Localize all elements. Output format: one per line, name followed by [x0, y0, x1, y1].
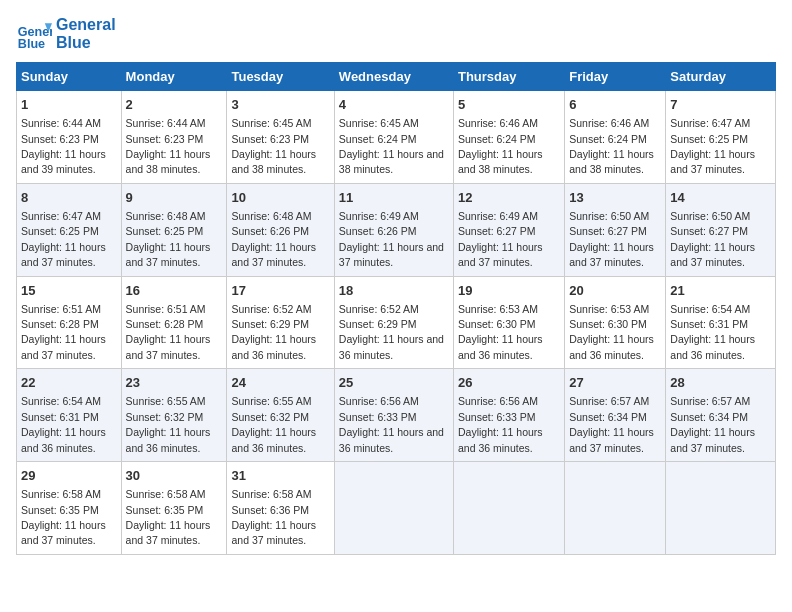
day-info: Sunrise: 6:48 AMSunset: 6:26 PMDaylight:…: [231, 210, 316, 268]
day-info: Sunrise: 6:52 AMSunset: 6:29 PMDaylight:…: [339, 303, 444, 361]
calendar-cell: [453, 462, 564, 555]
day-info: Sunrise: 6:51 AMSunset: 6:28 PMDaylight:…: [21, 303, 106, 361]
calendar-cell: 16Sunrise: 6:51 AMSunset: 6:28 PMDayligh…: [121, 276, 227, 369]
day-number: 13: [569, 189, 661, 207]
column-header-friday: Friday: [565, 63, 666, 91]
day-info: Sunrise: 6:49 AMSunset: 6:27 PMDaylight:…: [458, 210, 543, 268]
calendar-cell: 23Sunrise: 6:55 AMSunset: 6:32 PMDayligh…: [121, 369, 227, 462]
calendar-week-row: 1Sunrise: 6:44 AMSunset: 6:23 PMDaylight…: [17, 91, 776, 184]
day-number: 18: [339, 282, 449, 300]
day-info: Sunrise: 6:47 AMSunset: 6:25 PMDaylight:…: [21, 210, 106, 268]
day-number: 25: [339, 374, 449, 392]
calendar-header-row: SundayMondayTuesdayWednesdayThursdayFrid…: [17, 63, 776, 91]
day-info: Sunrise: 6:58 AMSunset: 6:35 PMDaylight:…: [21, 488, 106, 546]
day-info: Sunrise: 6:55 AMSunset: 6:32 PMDaylight:…: [126, 395, 211, 453]
calendar-cell: 12Sunrise: 6:49 AMSunset: 6:27 PMDayligh…: [453, 183, 564, 276]
day-number: 11: [339, 189, 449, 207]
calendar-cell: 22Sunrise: 6:54 AMSunset: 6:31 PMDayligh…: [17, 369, 122, 462]
day-info: Sunrise: 6:56 AMSunset: 6:33 PMDaylight:…: [339, 395, 444, 453]
day-number: 12: [458, 189, 560, 207]
day-number: 9: [126, 189, 223, 207]
column-header-thursday: Thursday: [453, 63, 564, 91]
day-number: 4: [339, 96, 449, 114]
day-info: Sunrise: 6:58 AMSunset: 6:35 PMDaylight:…: [126, 488, 211, 546]
column-header-monday: Monday: [121, 63, 227, 91]
calendar-week-row: 15Sunrise: 6:51 AMSunset: 6:28 PMDayligh…: [17, 276, 776, 369]
logo-icon: General Blue: [16, 16, 52, 52]
calendar-cell: 20Sunrise: 6:53 AMSunset: 6:30 PMDayligh…: [565, 276, 666, 369]
day-info: Sunrise: 6:50 AMSunset: 6:27 PMDaylight:…: [569, 210, 654, 268]
logo-text: GeneralBlue: [56, 16, 116, 51]
page-header: General Blue GeneralBlue: [16, 16, 776, 52]
day-info: Sunrise: 6:56 AMSunset: 6:33 PMDaylight:…: [458, 395, 543, 453]
day-info: Sunrise: 6:58 AMSunset: 6:36 PMDaylight:…: [231, 488, 316, 546]
day-number: 21: [670, 282, 771, 300]
calendar-week-row: 22Sunrise: 6:54 AMSunset: 6:31 PMDayligh…: [17, 369, 776, 462]
calendar-cell: 24Sunrise: 6:55 AMSunset: 6:32 PMDayligh…: [227, 369, 334, 462]
day-number: 8: [21, 189, 117, 207]
day-number: 22: [21, 374, 117, 392]
day-info: Sunrise: 6:45 AMSunset: 6:24 PMDaylight:…: [339, 117, 444, 175]
day-number: 10: [231, 189, 329, 207]
day-info: Sunrise: 6:53 AMSunset: 6:30 PMDaylight:…: [569, 303, 654, 361]
calendar-cell: 11Sunrise: 6:49 AMSunset: 6:26 PMDayligh…: [334, 183, 453, 276]
day-number: 14: [670, 189, 771, 207]
day-info: Sunrise: 6:54 AMSunset: 6:31 PMDaylight:…: [670, 303, 755, 361]
calendar-cell: 6Sunrise: 6:46 AMSunset: 6:24 PMDaylight…: [565, 91, 666, 184]
calendar-cell: [565, 462, 666, 555]
day-info: Sunrise: 6:44 AMSunset: 6:23 PMDaylight:…: [21, 117, 106, 175]
calendar-cell: 13Sunrise: 6:50 AMSunset: 6:27 PMDayligh…: [565, 183, 666, 276]
day-number: 15: [21, 282, 117, 300]
calendar-week-row: 8Sunrise: 6:47 AMSunset: 6:25 PMDaylight…: [17, 183, 776, 276]
calendar-cell: 1Sunrise: 6:44 AMSunset: 6:23 PMDaylight…: [17, 91, 122, 184]
day-info: Sunrise: 6:53 AMSunset: 6:30 PMDaylight:…: [458, 303, 543, 361]
day-info: Sunrise: 6:52 AMSunset: 6:29 PMDaylight:…: [231, 303, 316, 361]
day-info: Sunrise: 6:46 AMSunset: 6:24 PMDaylight:…: [569, 117, 654, 175]
calendar-cell: 29Sunrise: 6:58 AMSunset: 6:35 PMDayligh…: [17, 462, 122, 555]
day-number: 1: [21, 96, 117, 114]
calendar-cell: 2Sunrise: 6:44 AMSunset: 6:23 PMDaylight…: [121, 91, 227, 184]
day-number: 17: [231, 282, 329, 300]
day-number: 16: [126, 282, 223, 300]
column-header-saturday: Saturday: [666, 63, 776, 91]
day-number: 27: [569, 374, 661, 392]
day-number: 26: [458, 374, 560, 392]
svg-text:Blue: Blue: [18, 37, 45, 51]
day-number: 31: [231, 467, 329, 485]
day-info: Sunrise: 6:44 AMSunset: 6:23 PMDaylight:…: [126, 117, 211, 175]
calendar-cell: 21Sunrise: 6:54 AMSunset: 6:31 PMDayligh…: [666, 276, 776, 369]
calendar-cell: 26Sunrise: 6:56 AMSunset: 6:33 PMDayligh…: [453, 369, 564, 462]
day-info: Sunrise: 6:51 AMSunset: 6:28 PMDaylight:…: [126, 303, 211, 361]
calendar-table: SundayMondayTuesdayWednesdayThursdayFrid…: [16, 62, 776, 555]
calendar-cell: 3Sunrise: 6:45 AMSunset: 6:23 PMDaylight…: [227, 91, 334, 184]
day-number: 6: [569, 96, 661, 114]
day-info: Sunrise: 6:54 AMSunset: 6:31 PMDaylight:…: [21, 395, 106, 453]
calendar-cell: 4Sunrise: 6:45 AMSunset: 6:24 PMDaylight…: [334, 91, 453, 184]
calendar-cell: 8Sunrise: 6:47 AMSunset: 6:25 PMDaylight…: [17, 183, 122, 276]
day-info: Sunrise: 6:49 AMSunset: 6:26 PMDaylight:…: [339, 210, 444, 268]
calendar-cell: 27Sunrise: 6:57 AMSunset: 6:34 PMDayligh…: [565, 369, 666, 462]
calendar-cell: 30Sunrise: 6:58 AMSunset: 6:35 PMDayligh…: [121, 462, 227, 555]
day-number: 29: [21, 467, 117, 485]
day-number: 24: [231, 374, 329, 392]
day-info: Sunrise: 6:47 AMSunset: 6:25 PMDaylight:…: [670, 117, 755, 175]
day-number: 28: [670, 374, 771, 392]
logo: General Blue GeneralBlue: [16, 16, 116, 52]
column-header-wednesday: Wednesday: [334, 63, 453, 91]
calendar-cell: 5Sunrise: 6:46 AMSunset: 6:24 PMDaylight…: [453, 91, 564, 184]
calendar-body: 1Sunrise: 6:44 AMSunset: 6:23 PMDaylight…: [17, 91, 776, 555]
calendar-cell: 31Sunrise: 6:58 AMSunset: 6:36 PMDayligh…: [227, 462, 334, 555]
calendar-week-row: 29Sunrise: 6:58 AMSunset: 6:35 PMDayligh…: [17, 462, 776, 555]
calendar-cell: 10Sunrise: 6:48 AMSunset: 6:26 PMDayligh…: [227, 183, 334, 276]
column-header-tuesday: Tuesday: [227, 63, 334, 91]
day-number: 23: [126, 374, 223, 392]
calendar-cell: 7Sunrise: 6:47 AMSunset: 6:25 PMDaylight…: [666, 91, 776, 184]
calendar-cell: 19Sunrise: 6:53 AMSunset: 6:30 PMDayligh…: [453, 276, 564, 369]
column-header-sunday: Sunday: [17, 63, 122, 91]
calendar-cell: [666, 462, 776, 555]
day-number: 3: [231, 96, 329, 114]
calendar-cell: 25Sunrise: 6:56 AMSunset: 6:33 PMDayligh…: [334, 369, 453, 462]
calendar-cell: 15Sunrise: 6:51 AMSunset: 6:28 PMDayligh…: [17, 276, 122, 369]
day-info: Sunrise: 6:50 AMSunset: 6:27 PMDaylight:…: [670, 210, 755, 268]
day-info: Sunrise: 6:46 AMSunset: 6:24 PMDaylight:…: [458, 117, 543, 175]
